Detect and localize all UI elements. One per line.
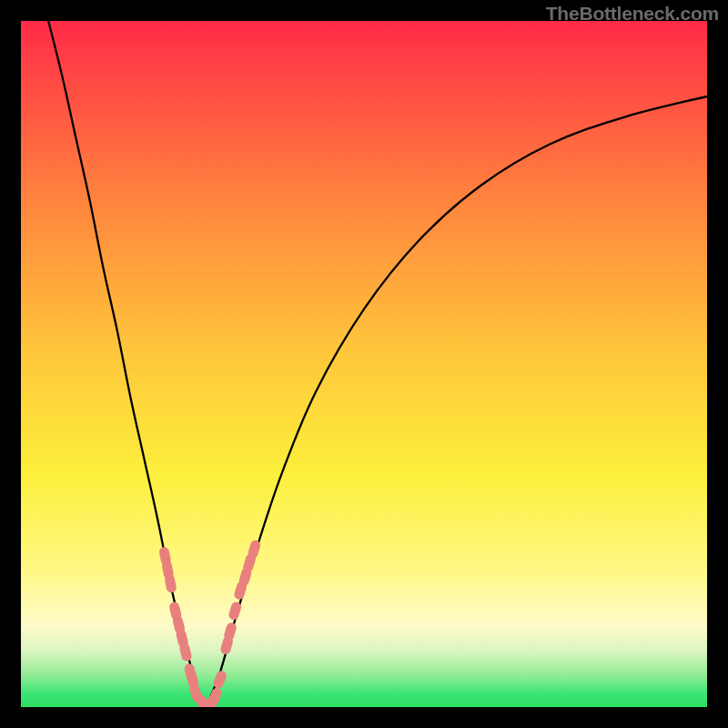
chart-frame xyxy=(21,21,707,707)
marker-layer xyxy=(158,539,262,707)
left-curve xyxy=(48,21,206,707)
data-marker xyxy=(164,573,177,593)
right-curve xyxy=(207,96,707,707)
chart-svg xyxy=(21,21,707,707)
data-marker xyxy=(178,642,193,662)
